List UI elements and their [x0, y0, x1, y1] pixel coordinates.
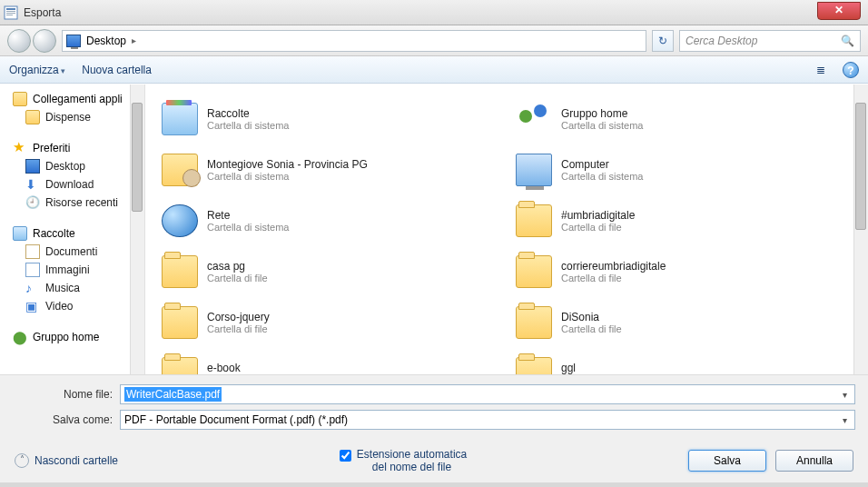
- file-item[interactable]: Corso-jqueryCartella di file: [162, 297, 498, 348]
- file-item[interactable]: gglCartella di file: [516, 348, 852, 374]
- file-subtitle: Cartella di file: [561, 323, 622, 334]
- folder-icon: [162, 255, 198, 288]
- home-icon: ⬤: [13, 330, 27, 344]
- lib-icon: [13, 226, 27, 241]
- file-item[interactable]: casa pgCartella di file: [162, 246, 498, 297]
- sidebar-item-label: Gruppo home: [33, 331, 99, 343]
- file-subtitle: Cartella di sistema: [207, 222, 289, 233]
- mon-icon: [25, 159, 40, 174]
- file-name: Computer: [561, 158, 643, 171]
- search-input[interactable]: Cerca Desktop 🔍: [679, 30, 861, 52]
- sidebar-item-gruppo-home[interactable]: ⬤Gruppo home: [13, 328, 141, 346]
- user-icon: [162, 154, 198, 186]
- cancel-button[interactable]: Annulla: [775, 450, 853, 472]
- sidebar-scrollbar[interactable]: [130, 84, 144, 374]
- savetype-dropdown-icon[interactable]: ▾: [839, 415, 851, 425]
- view-mode-button[interactable]: ≣: [808, 61, 833, 79]
- sidebar-item-risorse-recenti[interactable]: 🕘Risorse recenti: [13, 194, 141, 212]
- auto-extension-input[interactable]: [340, 450, 351, 462]
- sidebar-item-label: Dispense: [45, 111, 91, 124]
- auto-extension-label-1: Estensione automatica: [357, 448, 467, 461]
- file-item[interactable]: ReteCartella di sistema: [162, 195, 498, 246]
- auto-extension-checkbox[interactable]: Estensione automatica del nome del file: [340, 448, 467, 473]
- file-item[interactable]: Gruppo homeCartella di sistema: [516, 94, 852, 144]
- folder-icon: [162, 357, 198, 374]
- file-name: corriereumbriadigitale: [561, 260, 666, 273]
- savetype-select[interactable]: PDF - Portable Document Format (.pdf) (*…: [120, 410, 855, 430]
- sidebar-item-label: Documenti: [45, 245, 97, 258]
- file-item[interactable]: e-bookCartella di file: [162, 348, 498, 374]
- app-icon: [4, 5, 18, 20]
- file-name: Gruppo home: [561, 107, 643, 120]
- sidebar-item-label: Musica: [45, 282, 80, 294]
- refresh-icon: ↻: [658, 35, 667, 47]
- hide-folders-button[interactable]: ˄ Nascondi cartelle: [15, 453, 118, 468]
- img-icon: [25, 263, 40, 277]
- sidebar-item-video[interactable]: ▣Video: [13, 297, 141, 315]
- folder-icon: [13, 92, 27, 106]
- chevron-right-icon: ▸: [132, 35, 136, 45]
- savetype-value: PDF - Portable Document Format (.pdf) (*…: [124, 413, 348, 426]
- sidebar-scroll-thumb[interactable]: [132, 103, 143, 212]
- titlebar: Esporta ✕: [0, 0, 868, 25]
- sidebar-item-desktop[interactable]: Desktop: [13, 157, 141, 175]
- file-name: casa pg: [207, 260, 268, 273]
- folder-icon: [516, 357, 552, 374]
- help-button[interactable]: ?: [843, 62, 859, 78]
- sidebar-item-dispense[interactable]: Dispense: [13, 108, 141, 126]
- filename-dropdown-icon[interactable]: ▾: [839, 390, 851, 400]
- file-item[interactable]: Montegiove Sonia - Provincia PGCartella …: [162, 144, 498, 195]
- file-item[interactable]: DiSoniaCartella di file: [516, 297, 852, 348]
- sidebar-item-documenti[interactable]: Documenti: [13, 243, 141, 261]
- file-name: Raccolte: [207, 107, 289, 120]
- close-button[interactable]: ✕: [817, 2, 861, 20]
- forward-button[interactable]: [33, 29, 56, 53]
- file-name: Montegiove Sonia - Provincia PG: [207, 158, 368, 171]
- sidebar-item-musica[interactable]: ♪Musica: [13, 279, 141, 297]
- form-area: Nome file: WriterCalcBase.pdf ▾ Salva co…: [0, 374, 868, 439]
- svg-rect-1: [6, 8, 15, 10]
- file-item[interactable]: RaccolteCartella di sistema: [162, 94, 498, 144]
- file-item[interactable]: corriereumbriadigitaleCartella di file: [516, 246, 852, 297]
- file-name: ggl: [561, 362, 622, 374]
- sidebar-item-label: Collegamenti appli: [33, 93, 123, 105]
- file-subtitle: Cartella di sistema: [561, 171, 643, 182]
- folder-icon: [25, 110, 40, 124]
- file-subtitle: Cartella di file: [561, 273, 666, 283]
- window-title: Esporta: [24, 6, 61, 19]
- file-item[interactable]: #umbriadigitaleCartella di file: [516, 195, 852, 246]
- navbar: Desktop ▸ ↻ Cerca Desktop 🔍: [0, 25, 868, 56]
- new-folder-button[interactable]: Nuova cartella: [82, 64, 152, 76]
- sidebar-item-label: Download: [45, 178, 94, 191]
- address-bar[interactable]: Desktop ▸: [62, 30, 646, 52]
- file-subtitle: Cartella di file: [207, 323, 270, 334]
- filename-value: WriterCalcBase.pdf: [124, 387, 222, 402]
- toolbar: Organizza Nuova cartella ≣ ?: [0, 56, 868, 84]
- back-button[interactable]: [7, 29, 31, 53]
- search-icon: 🔍: [841, 35, 854, 47]
- file-item[interactable]: ComputerCartella di sistema: [516, 144, 852, 195]
- folder-icon: [162, 306, 198, 339]
- sidebar-item-preferiti[interactable]: ★Preferiti: [13, 139, 141, 157]
- sidebar-item-raccolte[interactable]: Raccolte: [13, 224, 141, 243]
- folder-icon: [516, 255, 552, 288]
- sidebar: Collegamenti appliDispense★PreferitiDesk…: [0, 84, 145, 374]
- content-scroll-thumb[interactable]: [855, 103, 866, 230]
- star-icon: ★: [13, 141, 27, 155]
- sidebar-item-download[interactable]: ⬇Download: [13, 175, 141, 194]
- sidebar-item-label: Preferiti: [33, 142, 70, 154]
- doc-icon: [25, 244, 40, 259]
- lib-icon: [162, 103, 198, 135]
- content-scrollbar[interactable]: [853, 84, 868, 374]
- sidebar-item-immagini[interactable]: Immagini: [13, 261, 141, 279]
- filename-input[interactable]: WriterCalcBase.pdf ▾: [120, 384, 855, 404]
- sidebar-item-label: Raccolte: [33, 227, 75, 240]
- organize-menu[interactable]: Organizza: [9, 64, 65, 76]
- save-button[interactable]: Salva: [688, 450, 766, 472]
- view-icon: ≣: [816, 64, 825, 76]
- refresh-button[interactable]: ↻: [652, 30, 674, 52]
- search-placeholder: Cerca Desktop: [686, 35, 757, 47]
- sidebar-item-label: Immagini: [45, 263, 90, 276]
- sidebar-item-label: Risorse recenti: [45, 196, 118, 209]
- sidebar-item-collegamenti-appli[interactable]: Collegamenti appli: [13, 90, 141, 108]
